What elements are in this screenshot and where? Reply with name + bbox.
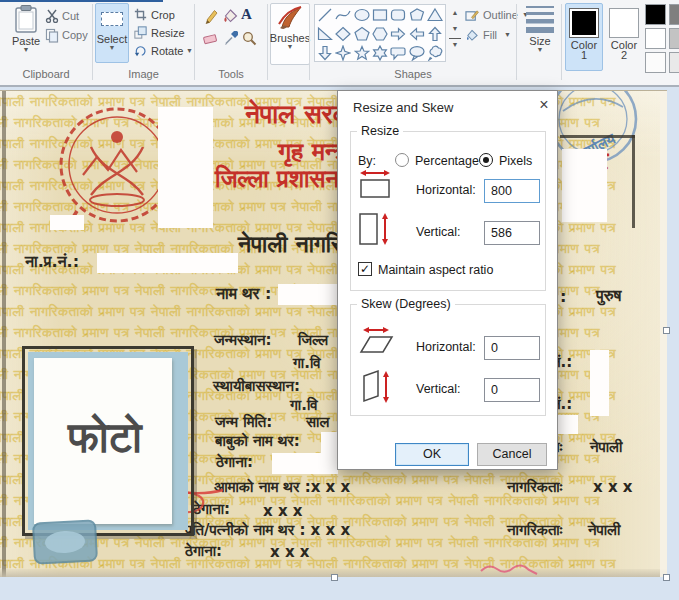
crop-label[interactable]: Crop <box>151 9 175 21</box>
shape-callout-rounded-icon[interactable] <box>389 43 407 62</box>
field-spouse-citizenship-label: नागरिकताः <box>507 521 562 539</box>
group-divider <box>561 4 562 80</box>
fill-icon[interactable] <box>465 29 479 42</box>
shape-arrow-left-icon[interactable] <box>407 24 425 43</box>
shape-triangle-icon[interactable] <box>426 5 444 24</box>
rotate-label[interactable]: Rotate <box>151 45 183 57</box>
group-divider <box>267 4 268 80</box>
shape-arrow-right-icon[interactable] <box>389 24 407 43</box>
group-divider <box>516 4 517 80</box>
percentage-label[interactable]: Percentage <box>415 154 479 168</box>
color1-button[interactable]: Color 1 <box>565 3 603 71</box>
crop-icon[interactable] <box>134 8 147 21</box>
magnifier-icon[interactable] <box>242 31 257 46</box>
field-father-citizenship-value: नेपाली <box>590 438 622 456</box>
shape-callout-oval-icon[interactable] <box>407 43 425 62</box>
copy-icon[interactable] <box>45 28 59 43</box>
titlebar-accent <box>0 0 163 2</box>
shape-pentagon-icon[interactable] <box>353 24 371 43</box>
field-address-label: स्थायीबासस्थान: <box>213 377 300 395</box>
resize-icon[interactable] <box>134 26 147 39</box>
outline-label[interactable]: Outline <box>483 9 518 21</box>
canvas-resize-handle-corner[interactable] <box>663 574 670 581</box>
field-dob-label: जन्म मिति: <box>215 413 272 431</box>
skew-vertical-input[interactable] <box>484 378 540 402</box>
palette-swatch-1[interactable] <box>669 4 679 25</box>
pink-mark-icon <box>478 561 540 577</box>
shape-oval-icon[interactable] <box>353 5 371 24</box>
pixels-label[interactable]: Pixels <box>499 154 532 168</box>
shape-star-4-icon[interactable] <box>334 43 352 62</box>
shape-right-triangle-icon[interactable] <box>316 24 334 43</box>
field-mother-citizenship-label: नागरिकताः <box>507 478 562 496</box>
percentage-radio[interactable] <box>395 153 409 167</box>
select-button[interactable]: Select ▼ <box>95 3 129 63</box>
shape-curve-icon[interactable] <box>334 5 352 24</box>
brushes-dropdown-arrow[interactable]: ▼ <box>287 44 294 50</box>
field-birthplace-value: जिल्ल <box>298 331 328 349</box>
fill-bucket-icon[interactable] <box>222 8 238 24</box>
fill-dropdown-arrow[interactable]: ▼ <box>504 32 511 38</box>
shape-arrow-down-icon[interactable] <box>316 43 334 62</box>
close-icon[interactable]: × <box>534 95 554 115</box>
rotate-dropdown-arrow[interactable]: ▼ <box>186 48 193 54</box>
palette-swatch-0[interactable] <box>645 4 666 25</box>
eraser-icon[interactable] <box>202 31 219 46</box>
palette-swatch-4[interactable] <box>645 52 666 73</box>
photo-label: फोटो <box>50 413 160 462</box>
brushes-button[interactable]: Brushes ▼ <box>270 3 310 65</box>
palette-swatch-2[interactable] <box>645 28 666 49</box>
palette-swatch-5[interactable] <box>669 52 679 73</box>
resize-horizontal-input[interactable] <box>484 179 540 203</box>
shape-rounded-rectangle-icon[interactable] <box>389 5 407 24</box>
canvas-resize-handle-right[interactable] <box>663 327 670 334</box>
palette-swatch-3[interactable] <box>669 28 679 49</box>
size-button[interactable]: Size ▼ <box>521 3 559 65</box>
cut-icon[interactable] <box>45 9 59 23</box>
canvas-resize-handle-bottom[interactable] <box>331 574 338 581</box>
shape-polygon-icon[interactable] <box>407 5 425 24</box>
cut-label[interactable]: Cut <box>62 10 79 22</box>
ok-button[interactable]: OK <box>395 443 469 466</box>
paste-button[interactable]: Paste ▼ <box>6 3 46 65</box>
shape-diamond-icon[interactable] <box>334 24 352 43</box>
fill-label[interactable]: Fill <box>483 29 497 41</box>
color2-number: 2 <box>621 49 627 61</box>
select-dropdown-arrow[interactable]: ▼ <box>109 45 116 51</box>
maintain-aspect-checkbox[interactable]: ✓ <box>358 262 372 276</box>
maintain-aspect-label[interactable]: Maintain aspect ratio <box>378 263 493 277</box>
shape-line-icon[interactable] <box>316 5 334 24</box>
shapes-scroll-up-icon[interactable]: ▲ <box>449 6 461 19</box>
outline-icon[interactable] <box>465 9 479 22</box>
resize-label[interactable]: Resize <box>151 27 185 39</box>
color1-number: 1 <box>581 49 587 61</box>
shape-rectangle-icon[interactable] <box>371 5 389 24</box>
cancel-button[interactable]: Cancel <box>477 443 547 466</box>
color2-button[interactable]: Color 2 <box>605 3 643 71</box>
text-tool-icon[interactable]: A <box>241 6 252 23</box>
color-picker-icon[interactable] <box>223 31 238 46</box>
shape-star-6-icon[interactable] <box>371 43 389 62</box>
tools-group-label: Tools <box>195 68 267 80</box>
paste-dropdown-arrow[interactable]: ▼ <box>23 47 30 53</box>
shapes-scroll-down-icon[interactable]: ▼ <box>449 22 461 35</box>
field-address3-label: ठेगाना: <box>185 542 222 560</box>
canvas-document[interactable]: नेपाली नागरिकताको प्रमाण पत्र नेपाली नाग… <box>0 90 667 577</box>
skew-horizontal-icon <box>358 326 396 356</box>
size-dropdown-arrow[interactable]: ▼ <box>537 47 544 53</box>
pixels-radio[interactable] <box>479 153 493 167</box>
resize-vertical-input[interactable] <box>484 221 540 245</box>
rotate-icon[interactable] <box>134 44 147 57</box>
pencil-icon[interactable] <box>203 8 219 24</box>
redaction-box <box>590 350 609 416</box>
shape-callout-cloud-icon[interactable] <box>426 43 444 62</box>
shapes-more-icon[interactable]: ▼ <box>449 38 461 52</box>
document-border-line <box>632 135 635 228</box>
skew-horizontal-input[interactable] <box>484 336 540 360</box>
shape-star-5-icon[interactable] <box>353 43 371 62</box>
copy-label[interactable]: Copy <box>62 29 88 41</box>
shape-hexagon-icon[interactable] <box>371 24 389 43</box>
resize-legend: Resize <box>357 124 403 138</box>
field-spouse-citizenship-value: नेपाली <box>588 521 620 539</box>
shape-arrow-up-icon[interactable] <box>426 24 444 43</box>
